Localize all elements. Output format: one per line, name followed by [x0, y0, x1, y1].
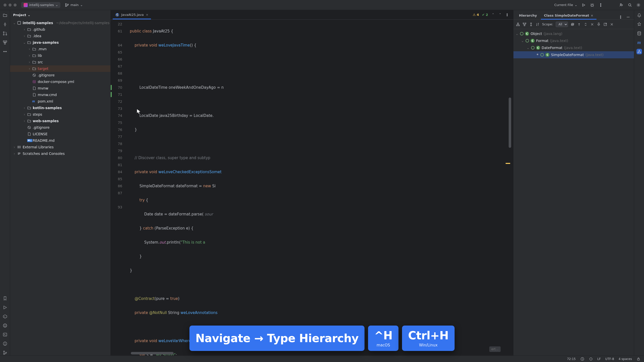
gutter[interactable]: 2261646566676869707172737475767778798081…: [111, 20, 126, 355]
minimize-icon[interactable]: [626, 15, 630, 19]
debug-icon[interactable]: [590, 3, 594, 7]
sort-icon[interactable]: [536, 22, 540, 26]
problems-icon[interactable]: [2, 341, 8, 346]
tree-row[interactable]: mvnw.cmd: [10, 92, 110, 98]
tree-row[interactable]: docker-compose.yml: [10, 78, 110, 85]
run-config-selector[interactable]: Current File ⌄: [554, 3, 577, 7]
code-with-me-icon[interactable]: [619, 3, 623, 7]
refresh-icon[interactable]: [571, 22, 575, 26]
class-ring-icon: [520, 32, 524, 35]
pull-requests-icon[interactable]: [2, 31, 8, 36]
tree-row[interactable]: ›.mvn: [10, 46, 110, 52]
hierarchy-row[interactable]: ⌄Format (java.text): [513, 37, 634, 44]
project-selector[interactable]: intellij-samples ⌄: [21, 2, 60, 8]
indent-info[interactable]: 4 spaces: [619, 357, 632, 361]
highlighting-icon[interactable]: [589, 357, 593, 361]
tree-row[interactable]: ›.idea: [10, 33, 110, 39]
svg-point-26: [4, 351, 5, 352]
readonly-lock-icon[interactable]: [636, 357, 640, 361]
scope-select[interactable]: All: [556, 22, 568, 27]
terminal-icon[interactable]: [2, 332, 8, 337]
line-separator[interactable]: LF: [597, 357, 601, 361]
close-tab-icon[interactable]: [590, 22, 594, 26]
caret-position[interactable]: 72:15: [567, 357, 576, 361]
inspection-widget[interactable]: ⚠4 ✔2 ˄ ˅: [473, 13, 511, 17]
tab-close-icon[interactable]: ×: [146, 13, 148, 17]
structure-tool-icon[interactable]: [2, 40, 8, 45]
tree-row[interactable]: ›target: [10, 65, 110, 72]
hierarchy-tool-icon[interactable]: [636, 49, 642, 54]
tree-row[interactable]: ⌄java-samples: [10, 39, 110, 46]
lock-icon[interactable]: [580, 357, 584, 361]
editor: C JavaAt25.java × ⚠4 ✔2 ˄ ˅ 226164656667…: [111, 10, 513, 355]
supertypes-icon[interactable]: [522, 22, 527, 26]
module-icon: [17, 21, 22, 25]
tree-row[interactable]: .gitignore: [10, 124, 110, 131]
problems-smile-icon[interactable]: [2, 323, 8, 328]
tree-row[interactable]: LICENSE: [10, 131, 110, 137]
svg-rect-52: [638, 52, 638, 53]
hierarchy-tree[interactable]: ⌄Object (java.lang)⌄Format (java.text)⌄D…: [513, 29, 634, 355]
warning-marker: [506, 163, 510, 164]
class-hierarchy-icon[interactable]: [516, 22, 520, 26]
more-icon[interactable]: [599, 3, 603, 7]
more-icon[interactable]: [505, 13, 509, 17]
database-icon[interactable]: [636, 31, 642, 36]
hierarchy-row[interactable]: *SimpleDateFormat (java.text): [513, 51, 634, 58]
tree-row[interactable]: ›.github: [10, 26, 110, 33]
project-tool-icon[interactable]: [2, 13, 8, 18]
chevron-up-icon[interactable]: ˄: [491, 13, 495, 17]
pin-icon[interactable]: [597, 22, 601, 26]
commit-tool-icon[interactable]: [2, 22, 8, 27]
run-tool-icon[interactable]: [2, 305, 8, 310]
svg-point-35: [507, 13, 507, 14]
tree-row[interactable]: ›kotlin-samples: [10, 105, 110, 111]
hierarchy-row[interactable]: ⌄Object (java.lang): [513, 30, 634, 37]
svg-point-55: [590, 358, 592, 360]
tree-root[interactable]: ⌄ intellij-samples ~/IdeaProjects/intell…: [10, 20, 110, 26]
more-tools-icon[interactable]: [2, 49, 8, 54]
hide-icon[interactable]: [610, 22, 614, 26]
tree-row[interactable]: ›lib: [10, 52, 110, 59]
search-icon[interactable]: [628, 3, 632, 7]
project-tree[interactable]: ⌄ intellij-samples ~/IdeaProjects/intell…: [10, 20, 110, 355]
more-icon[interactable]: [618, 15, 623, 19]
hierarchy-class-tab[interactable]: Class SimpleDateFormat×: [541, 12, 596, 19]
expand-all-icon[interactable]: [584, 22, 588, 26]
tree-row[interactable]: ›src: [10, 59, 110, 65]
open-new-window-icon[interactable]: [603, 22, 607, 26]
notifications-icon[interactable]: [636, 13, 642, 18]
tree-row[interactable]: ›web-samples: [10, 118, 110, 124]
scratches-consoles[interactable]: › Scratches and Consoles: [10, 150, 110, 157]
editor-tab[interactable]: C JavaAt25.java ×: [113, 10, 151, 19]
ai-assistant-icon[interactable]: [636, 22, 642, 27]
external-libraries[interactable]: › External Libraries: [10, 144, 110, 150]
chevron-down-icon[interactable]: ˅: [498, 13, 502, 17]
vertical-scrollbar-thumb[interactable]: [509, 98, 511, 148]
tree-row[interactable]: M↓README.md: [10, 137, 110, 144]
code-area[interactable]: public class JavaAt25 { private void weL…: [126, 20, 513, 355]
services-icon[interactable]: [2, 314, 8, 319]
chevron-down-icon: ⌄: [28, 13, 30, 17]
autoscroll-icon[interactable]: [577, 22, 581, 26]
vcs-branch[interactable]: main ⌄: [65, 3, 83, 7]
run-icon[interactable]: [582, 3, 586, 7]
horizontal-scrollbar-thumb[interactable]: [131, 352, 174, 354]
hierarchy-tab[interactable]: Hierarchy: [516, 12, 540, 19]
tree-row[interactable]: .gitignore: [10, 72, 110, 78]
close-icon[interactable]: ×: [591, 14, 593, 17]
svg-rect-48: [531, 25, 532, 26]
settings-icon[interactable]: [636, 3, 640, 7]
hierarchy-row[interactable]: ⌄DateFormat (java.text): [513, 44, 634, 51]
maven-icon[interactable]: m: [636, 40, 642, 45]
subtypes-icon[interactable]: [529, 22, 533, 26]
tree-row[interactable]: mpom.xml: [10, 98, 110, 105]
bookmarks-icon[interactable]: [2, 296, 8, 301]
window-controls[interactable]: [4, 4, 17, 7]
vcs-tool-icon[interactable]: [2, 350, 8, 355]
project-header[interactable]: Project ⌄: [10, 10, 110, 20]
tree-row[interactable]: mvnw: [10, 85, 110, 92]
yaml-icon: [32, 80, 37, 84]
tree-row[interactable]: ›steps: [10, 111, 110, 118]
file-encoding[interactable]: UTF-8: [605, 357, 614, 361]
